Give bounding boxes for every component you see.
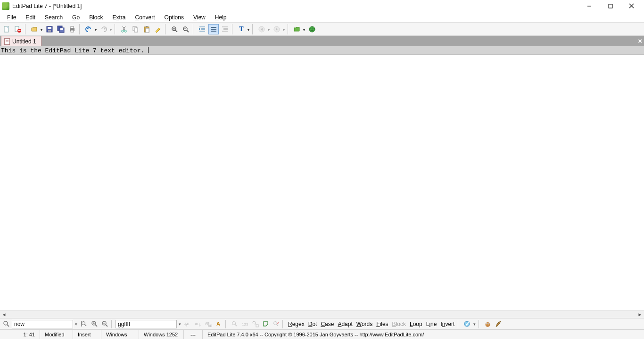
toolbar-separator xyxy=(252,24,255,34)
menu-edit[interactable]: Edit xyxy=(21,13,40,22)
highlight-icon[interactable] xyxy=(153,24,163,34)
new-file-icon[interactable] xyxy=(1,24,12,34)
svg-rect-7 xyxy=(18,30,21,31)
maximize-button[interactable] xyxy=(600,0,621,12)
favorites-icon[interactable] xyxy=(292,24,302,34)
toolbar-separator xyxy=(115,24,117,34)
menu-convert[interactable]: Convert xyxy=(131,13,159,22)
text-format-icon[interactable]: T xyxy=(236,24,247,34)
title-bar: EditPad Lite 7 - [*Untitled 1] xyxy=(0,0,644,12)
menu-bar: File Edit Search Go Block Extra Convert … xyxy=(0,12,644,23)
fold-icon[interactable] xyxy=(261,319,270,329)
redo-icon[interactable] xyxy=(99,24,109,34)
search-icon[interactable] xyxy=(1,319,11,329)
zoom-in-icon[interactable] xyxy=(169,24,180,34)
undo-icon[interactable] xyxy=(83,24,94,34)
close-tab-icon[interactable]: × xyxy=(638,37,642,45)
indent-icon[interactable] xyxy=(197,24,207,34)
search-options-dropdown[interactable]: ▾ xyxy=(472,322,477,326)
editor-current-line[interactable]: This is the EditPad Lite 7 text editor. xyxy=(0,46,644,55)
svg-line-67 xyxy=(235,325,237,326)
highlight-all-icon[interactable] xyxy=(230,319,239,329)
svg-point-66 xyxy=(232,322,235,325)
menu-options[interactable]: Options xyxy=(160,13,188,22)
status-extra: --- xyxy=(184,330,203,339)
status-insert-mode[interactable]: Insert xyxy=(73,330,101,339)
menu-block[interactable]: Block xyxy=(85,13,107,22)
menu-file[interactable]: File xyxy=(3,13,20,22)
option-case[interactable]: Case xyxy=(319,321,335,327)
paste-icon[interactable] xyxy=(141,24,152,34)
svg-rect-24 xyxy=(146,26,148,27)
editor-body[interactable] xyxy=(0,55,644,317)
save-icon[interactable] xyxy=(44,24,55,34)
web-icon[interactable] xyxy=(307,24,317,34)
owl-icon[interactable] xyxy=(483,319,492,329)
find-next-icon[interactable] xyxy=(90,319,99,329)
svg-point-80 xyxy=(487,323,487,324)
print-icon[interactable] xyxy=(67,24,77,34)
menu-view[interactable]: View xyxy=(189,13,210,22)
svg-line-50 xyxy=(7,325,9,326)
scroll-right-icon[interactable]: ► xyxy=(636,310,644,318)
search-history-dropdown[interactable]: ▾ xyxy=(74,322,78,326)
search-separator xyxy=(111,320,114,328)
scroll-left-icon[interactable]: ◄ xyxy=(0,310,8,318)
status-line-endings[interactable]: Windows xyxy=(101,330,139,339)
option-files[interactable]: Files xyxy=(375,321,389,327)
replace-history-dropdown[interactable]: ▾ xyxy=(178,322,182,326)
find-first-icon[interactable] xyxy=(79,319,89,329)
search-input[interactable] xyxy=(12,320,73,328)
find-prev-icon[interactable] xyxy=(100,319,109,329)
svg-point-76 xyxy=(464,321,470,326)
option-invert[interactable]: Invert xyxy=(439,321,456,327)
replace-next-icon[interactable]: AB xyxy=(193,319,203,329)
replace-input[interactable] xyxy=(116,320,177,328)
clear-search-icon[interactable] xyxy=(271,319,281,329)
menu-search[interactable]: Search xyxy=(41,13,67,22)
option-loop[interactable]: Loop xyxy=(408,321,424,327)
cut-icon[interactable] xyxy=(119,24,129,34)
menu-help[interactable]: Help xyxy=(211,13,231,22)
menu-go[interactable]: Go xyxy=(68,13,84,22)
option-adapt[interactable]: Adapt xyxy=(336,321,354,327)
replace-all-icon[interactable]: ABAB xyxy=(204,319,213,329)
toolbar-separator xyxy=(288,24,290,34)
copy-icon[interactable] xyxy=(130,24,140,34)
horizontal-scrollbar[interactable]: ◄ ► xyxy=(0,310,644,318)
auto-indent-icon[interactable] xyxy=(220,24,230,34)
svg-line-17 xyxy=(123,26,125,30)
nav-forward-icon[interactable] xyxy=(272,24,282,34)
count-icon[interactable]: 123 xyxy=(240,319,249,329)
search-separator xyxy=(225,320,228,328)
nav-back-icon[interactable] xyxy=(256,24,267,34)
option-block[interactable]: Block xyxy=(391,321,407,327)
menu-extra[interactable]: Extra xyxy=(108,13,130,22)
list-results-icon[interactable] xyxy=(250,319,260,329)
replace-mark-icon[interactable]: A xyxy=(214,319,223,329)
feather-icon[interactable] xyxy=(493,319,503,329)
replace-icon[interactable]: AB xyxy=(183,319,192,329)
svg-line-31 xyxy=(187,30,189,32)
option-dot[interactable]: Dot xyxy=(307,321,319,327)
zoom-out-icon[interactable] xyxy=(181,24,191,34)
svg-text:123: 123 xyxy=(242,322,248,326)
open-file-icon[interactable] xyxy=(29,24,40,34)
svg-rect-13 xyxy=(60,28,63,30)
svg-text:AB: AB xyxy=(184,322,190,326)
svg-line-55 xyxy=(95,325,97,326)
search-options-icon[interactable] xyxy=(462,319,471,329)
close-button[interactable] xyxy=(621,0,642,12)
new-file-stop-icon[interactable] xyxy=(13,24,23,34)
minimize-button[interactable] xyxy=(578,0,600,12)
save-all-icon[interactable] xyxy=(56,24,66,34)
word-wrap-icon[interactable] xyxy=(208,24,219,34)
document-icon xyxy=(4,38,10,45)
option-regex[interactable]: Regex xyxy=(287,321,306,327)
editor-text: This is the EditPad Lite 7 text editor. xyxy=(1,47,148,54)
status-modified: Modified xyxy=(40,330,73,339)
status-encoding[interactable]: Windows 1252 xyxy=(139,330,184,339)
option-line[interactable]: Line xyxy=(425,321,438,327)
tab-untitled-1[interactable]: Untitled 1 xyxy=(1,36,41,46)
option-words[interactable]: Words xyxy=(355,321,374,327)
